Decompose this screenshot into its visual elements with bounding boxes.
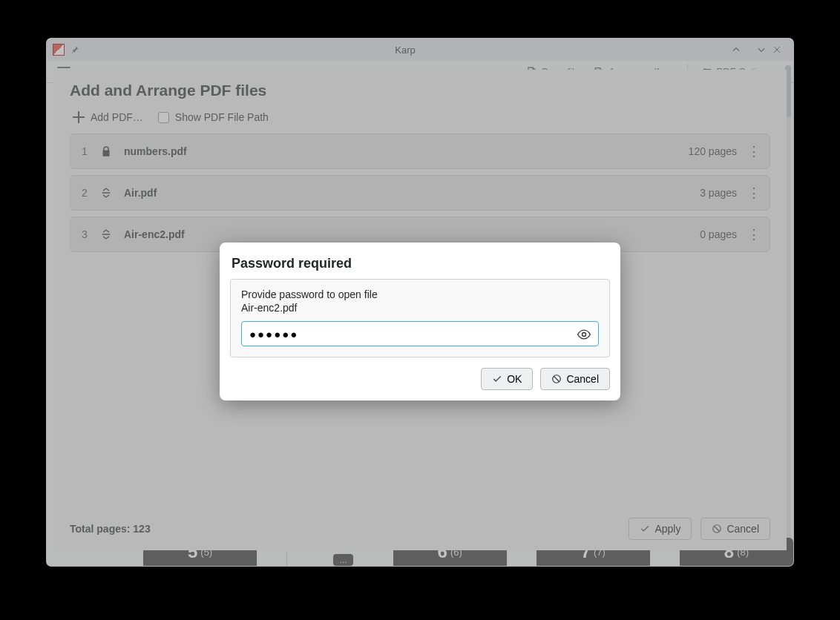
ok-button[interactable]: OK: [481, 368, 533, 390]
password-dialog: Password required Provide password to op…: [220, 243, 620, 400]
check-icon: [492, 374, 502, 384]
password-message: Provide password to open file: [241, 288, 599, 300]
password-panel: Provide password to open file Air-enc2.p…: [230, 279, 610, 357]
cancel-button[interactable]: Cancel: [540, 368, 610, 390]
password-input[interactable]: [249, 328, 571, 340]
svg-point-4: [583, 333, 586, 337]
password-dialog-title: Password required: [232, 256, 608, 271]
cancel-icon: [551, 374, 562, 384]
reveal-password-icon[interactable]: [576, 326, 592, 343]
password-input-wrap: [241, 321, 599, 346]
password-filename: Air-enc2.pdf: [241, 302, 599, 314]
